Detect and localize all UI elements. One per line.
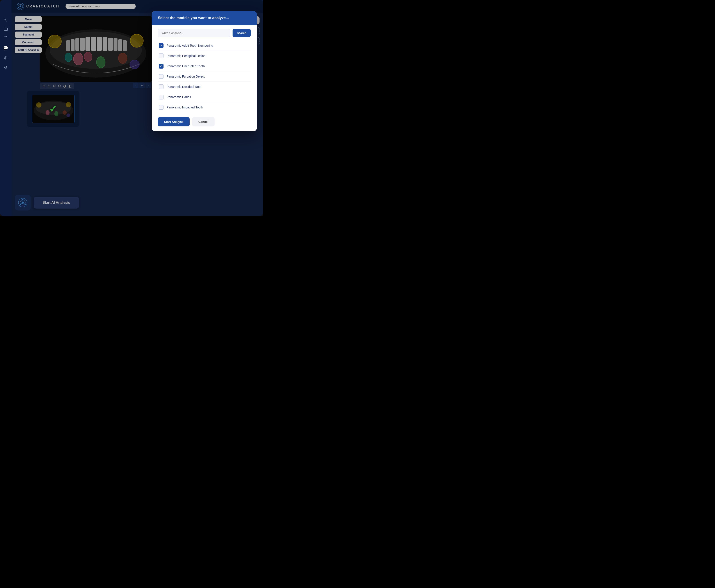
model-label-1: Panaromic Periapical Lesion (167, 54, 205, 58)
modal-footer: Start Analyse Cancel (152, 114, 257, 131)
model-list: ✓ Panaromic Adult Tooth Numbering Panaro… (158, 41, 251, 112)
model-item-6[interactable]: Panoramic Impacted Tooth (158, 102, 251, 112)
modal-body: Search ✓ Panaromic Adult Tooth Numbering… (152, 25, 257, 114)
comment-icon[interactable]: 💬 (3, 46, 8, 50)
modal-dialog: Select the models you want to analyze...… (152, 11, 257, 131)
model-label-0: Panaromic Adult Tooth Numbering (167, 44, 213, 47)
search-input[interactable] (158, 29, 230, 37)
model-label-2: Panaromic Unerupted Tooth (167, 64, 205, 68)
search-row: Search (158, 29, 251, 37)
checkbox-6[interactable] (159, 105, 164, 110)
model-item-2[interactable]: ✓ Panaromic Unerupted Tooth (158, 61, 251, 71)
checkbox-3[interactable] (159, 74, 164, 79)
checkbox-0[interactable]: ✓ (159, 43, 164, 48)
checkbox-1[interactable] (159, 54, 164, 58)
model-label-6: Panoramic Impacted Tooth (167, 106, 203, 109)
model-item-5[interactable]: Panaromic Caries (158, 92, 251, 102)
model-item-0[interactable]: ✓ Panaromic Adult Tooth Numbering (158, 41, 251, 51)
cursor-icon[interactable]: ↖ (4, 18, 8, 23)
search-button[interactable]: Search (232, 29, 251, 37)
model-label-3: Panaromic Furcation Defect (167, 75, 205, 78)
checkbox-5[interactable] (159, 94, 164, 100)
path-icon[interactable]: ⌒ (4, 36, 8, 41)
model-label-5: Panaromic Caries (167, 95, 191, 99)
cancel-button[interactable]: Cancel (192, 117, 214, 126)
model-item-1[interactable]: Panaromic Periapical Lesion (158, 51, 251, 61)
rectangle-icon[interactable] (4, 27, 8, 31)
modal-header: Select the models you want to analyze... (152, 11, 257, 25)
gear-icon[interactable]: ⚙ (4, 65, 7, 70)
checkbox-4[interactable] (159, 84, 164, 89)
checkbox-2[interactable]: ✓ (159, 64, 164, 68)
model-label-4: Panaromic Residual Root (167, 85, 201, 88)
model-item-4[interactable]: Panaromic Residual Root (158, 82, 251, 92)
globe-icon[interactable]: ◎ (4, 55, 7, 60)
model-item-3[interactable]: Panaromic Furcation Defect (158, 71, 251, 82)
start-analyse-button[interactable]: Start Analyse (158, 117, 190, 126)
